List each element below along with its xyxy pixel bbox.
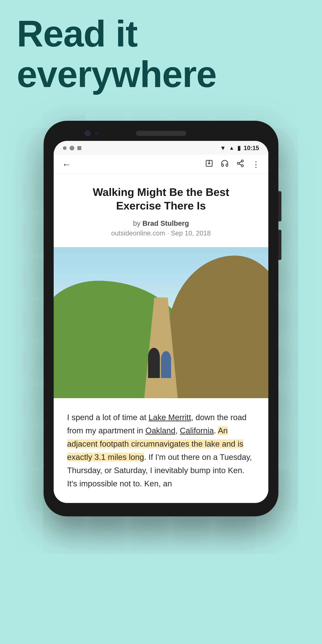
image-hills — [54, 300, 268, 398]
status-left-indicators — [63, 146, 81, 150]
headline-line2: everywhere — [17, 54, 216, 94]
phone-screen: ▼ ▲ ▮ 10:15 ← — [54, 141, 268, 503]
phone-camera-right — [94, 130, 100, 136]
phone-camera-left — [84, 130, 92, 137]
article-body: I spend a lot of time at Lake Merritt, d… — [54, 398, 268, 503]
headline-line1: Read it — [17, 14, 216, 54]
more-icon[interactable]: ⋮ — [252, 160, 260, 169]
article-title: Walking Might Be the Best Exercise There… — [67, 185, 255, 213]
app-toolbar: ← — [54, 155, 268, 174]
phone-frame: ▼ ▲ ▮ 10:15 ← — [44, 121, 278, 516]
link-lake-merritt[interactable]: Lake Merritt — [148, 413, 191, 422]
status-time: 10:15 — [244, 144, 259, 152]
svg-line-6 — [239, 162, 242, 163]
phone-speaker — [136, 131, 186, 136]
indicator-dot-1 — [63, 146, 66, 150]
link-california[interactable]: California — [180, 426, 214, 435]
svg-point-4 — [241, 165, 243, 167]
svg-point-3 — [237, 162, 239, 164]
page: Read it everywhere — [0, 0, 322, 644]
phone-device: ▼ ▲ ▮ 10:15 ← — [44, 121, 278, 516]
headline: Read it everywhere — [17, 14, 216, 94]
person-silhouette-2 — [161, 351, 171, 378]
status-bar: ▼ ▲ ▮ 10:15 — [54, 141, 268, 155]
indicator-square — [77, 146, 81, 150]
phone-power-button — [278, 191, 282, 221]
toolbar-action-icons: ⋮ — [205, 159, 260, 169]
share-icon[interactable] — [236, 159, 244, 169]
status-right-area: ▼ ▲ ▮ 10:15 — [220, 144, 259, 152]
article-header: Walking Might Be the Best Exercise There… — [54, 174, 268, 247]
back-button[interactable]: ← — [62, 159, 71, 170]
article-byline: by Brad Stulberg — [67, 219, 255, 228]
save-icon[interactable] — [205, 159, 213, 169]
battery-icon: ▮ — [237, 144, 241, 152]
wifi-icon: ▼ — [220, 144, 226, 152]
link-oakland[interactable]: Oakland — [146, 426, 176, 435]
svg-point-2 — [241, 160, 243, 162]
svg-line-5 — [239, 164, 242, 165]
headphones-icon[interactable] — [221, 159, 229, 169]
signal-icon: ▲ — [229, 145, 234, 151]
phone-volume-button — [278, 230, 282, 260]
article-meta: outsideonline.com · Sep 10, 2018 — [67, 230, 255, 237]
person-silhouette-1 — [148, 348, 160, 378]
article-hero-image — [54, 247, 268, 398]
phone-notch-area — [54, 131, 268, 136]
indicator-dot-2 — [70, 146, 74, 150]
